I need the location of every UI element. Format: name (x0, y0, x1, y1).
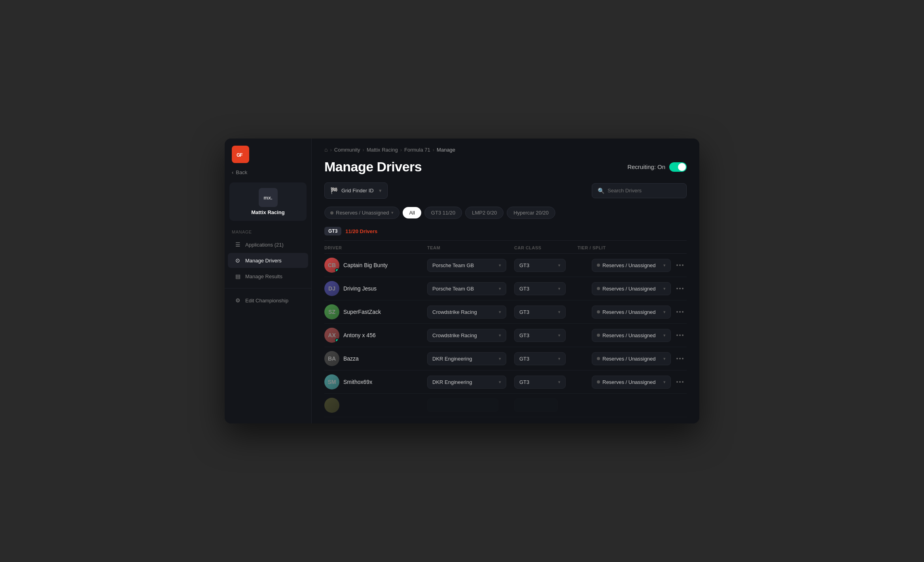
tier-status-dot-icon (597, 264, 600, 267)
table-row: SZ SuperFastZack Crowdstrike Racing ▾ GT… (324, 300, 687, 324)
dot-icon (679, 381, 681, 383)
breadcrumb-mattix[interactable]: Mattix Racing (367, 147, 398, 153)
filter-row: 🏁 Grid Finder ID ▾ 🔍 (312, 182, 699, 207)
row-menu-button[interactable] (673, 355, 687, 362)
class-dropdown[interactable] (514, 399, 558, 412)
id-filter-dropdown[interactable]: 🏁 Grid Finder ID ▾ (324, 182, 388, 199)
tier-dropdown[interactable]: Reserves / Unassigned ▾ (592, 329, 671, 342)
search-box: 🔍 (592, 183, 687, 198)
team-cell: Porsche Team GB ▾ (427, 259, 514, 272)
driver-cell: SM Smithox69x (324, 374, 427, 389)
team-card: mx. Mattix Racing (229, 182, 307, 221)
col-tier: TIER / SPLIT (578, 245, 687, 250)
main-content: ⌂ › Community › Mattix Racing › Formula … (312, 139, 699, 423)
recruiting-label: Recruiting: On (627, 163, 665, 170)
tier-chevron-icon: ▾ (663, 380, 666, 385)
row-menu-button[interactable] (673, 332, 687, 338)
driver-name: Driving Jesus (343, 285, 377, 292)
dot-icon (676, 288, 678, 289)
table-row: DJ Driving Jesus Porsche Team GB ▾ GT3 ▾… (324, 277, 687, 300)
avatar-initials: BA (328, 355, 336, 362)
tier-dropdown[interactable]: Reserves / Unassigned ▾ (592, 282, 671, 295)
class-dropdown[interactable]: GT3 ▾ (514, 376, 566, 389)
class-value: GT3 (519, 262, 529, 268)
tier-dropdown[interactable]: Reserves / Unassigned ▾ (592, 376, 671, 389)
logo-badge: GF (232, 146, 249, 163)
gear-icon: ⚙ (234, 297, 241, 304)
team-dropdown[interactable]: Crowdstrike Racing ▾ (427, 329, 506, 342)
driver-name: Antony x 456 (343, 332, 376, 338)
drivers-icon: ⊙ (234, 257, 241, 264)
sidebar: GF ‹ Back mx. Mattix Racing Manage ☰ App… (225, 139, 312, 423)
sidebar-item-edit-championship[interactable]: ⚙ Edit Championship (228, 293, 308, 308)
back-chevron-icon: ‹ (232, 169, 233, 175)
team-value: DKR Engineering (432, 379, 472, 385)
team-dropdown[interactable]: DKR Engineering ▾ (427, 352, 506, 365)
tier-filter-dropdown[interactable]: Reserves / Unassigned ▾ (324, 207, 400, 219)
team-dropdown[interactable]: Porsche Team GB ▾ (427, 282, 506, 295)
tab-hypercar[interactable]: Hypercar 20/20 (507, 207, 555, 219)
tier-dropdown[interactable]: Reserves / Unassigned ▾ (592, 352, 671, 365)
col-class: CAR CLASS (514, 245, 578, 250)
tier-dropdown[interactable]: Reserves / Unassigned ▾ (592, 259, 671, 272)
table-body: CB Captain Big Bunty Porsche Team GB ▾ G… (324, 254, 687, 417)
home-icon[interactable]: ⌂ (324, 146, 328, 153)
team-avatar: mx. (259, 188, 278, 207)
tab-lmp2[interactable]: LMP2 0/20 (465, 207, 504, 219)
class-dropdown[interactable]: GT3 ▾ (514, 259, 566, 272)
tier-value: Reserves / Unassigned (602, 332, 655, 338)
class-dropdown[interactable]: GT3 ▾ (514, 352, 566, 365)
class-value: GT3 (519, 286, 529, 292)
sidebar-item-manage-results[interactable]: ▤ Manage Results (228, 269, 308, 284)
driver-cell: BA Bazza (324, 351, 427, 366)
dot-icon (679, 358, 681, 359)
driver-avatar: DJ (324, 281, 339, 296)
online-indicator (335, 268, 339, 272)
row-actions: Reserves / Unassigned ▾ (578, 306, 687, 319)
driver-cell: SZ SuperFastZack (324, 304, 427, 319)
class-chevron-icon: ▾ (558, 356, 560, 361)
search-input[interactable] (608, 188, 681, 194)
manage-section-label: Manage (225, 224, 311, 237)
team-dropdown[interactable] (427, 399, 498, 412)
dot-icon (676, 334, 678, 336)
class-chevron-icon: ▾ (558, 380, 560, 385)
search-icon: 🔍 (598, 188, 604, 194)
team-name: Mattix Racing (251, 209, 285, 215)
tab-all[interactable]: All (403, 207, 421, 218)
col-driver: DRIVER (324, 245, 427, 250)
team-dropdown[interactable]: Crowdstrike Racing ▾ (427, 306, 506, 319)
tier-dot-icon (330, 211, 333, 215)
class-dropdown[interactable]: GT3 ▾ (514, 306, 566, 319)
row-menu-button[interactable] (673, 285, 687, 292)
team-cell: DKR Engineering ▾ (427, 352, 514, 365)
row-actions: Reserves / Unassigned ▾ (578, 259, 687, 272)
team-dropdown[interactable]: Porsche Team GB ▾ (427, 259, 506, 272)
sidebar-item-manage-drivers[interactable]: ⊙ Manage Drivers (228, 253, 308, 268)
recruiting-toggle[interactable] (669, 162, 687, 172)
breadcrumb-formula[interactable]: Formula 71 (404, 147, 430, 153)
driver-cell: AX Antony x 456 (324, 328, 427, 343)
table-row: BA Bazza DKR Engineering ▾ GT3 ▾ Reserve… (324, 347, 687, 370)
online-indicator (335, 338, 339, 342)
tier-value: Reserves / Unassigned (602, 309, 655, 315)
tier-dropdown[interactable]: Reserves / Unassigned ▾ (592, 306, 671, 319)
class-dropdown[interactable]: GT3 ▾ (514, 329, 566, 342)
class-cell: GT3 ▾ (514, 329, 578, 342)
dot-icon (682, 334, 684, 336)
row-menu-button[interactable] (673, 379, 687, 385)
class-dropdown[interactable]: GT3 ▾ (514, 282, 566, 295)
row-menu-button[interactable] (673, 309, 687, 315)
flag-icon: 🏁 (330, 187, 338, 194)
team-dropdown[interactable]: DKR Engineering ▾ (427, 376, 506, 389)
breadcrumb-community[interactable]: Community (334, 147, 360, 153)
tab-gt3[interactable]: GT3 11/20 (424, 207, 462, 219)
sidebar-item-applications[interactable]: ☰ Applications (21) (228, 237, 308, 252)
back-button[interactable]: ‹ Back (225, 168, 311, 179)
tier-chevron-icon: ▾ (663, 286, 666, 291)
dot-icon (682, 358, 684, 359)
table-header: DRIVER TEAM CAR CLASS TIER / SPLIT (324, 241, 687, 254)
avatar-initials: SZ (328, 309, 335, 315)
row-menu-button[interactable] (673, 262, 687, 268)
dot-icon (682, 381, 684, 383)
